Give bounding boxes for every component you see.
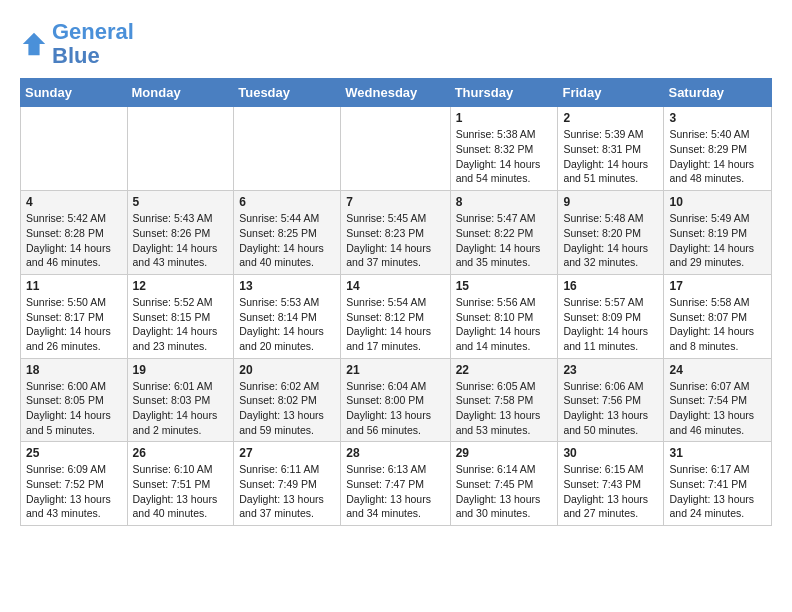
logo-icon xyxy=(20,30,48,58)
day-info: Sunrise: 6:02 AM Sunset: 8:02 PM Dayligh… xyxy=(239,379,335,438)
day-info: Sunrise: 5:47 AM Sunset: 8:22 PM Dayligh… xyxy=(456,211,553,270)
day-info: Sunrise: 6:00 AM Sunset: 8:05 PM Dayligh… xyxy=(26,379,122,438)
day-number: 3 xyxy=(669,111,766,125)
day-number: 20 xyxy=(239,363,335,377)
calendar-cell: 6Sunrise: 5:44 AM Sunset: 8:25 PM Daylig… xyxy=(234,191,341,275)
week-row-1: 1Sunrise: 5:38 AM Sunset: 8:32 PM Daylig… xyxy=(21,107,772,191)
day-number: 25 xyxy=(26,446,122,460)
week-row-5: 25Sunrise: 6:09 AM Sunset: 7:52 PM Dayli… xyxy=(21,442,772,526)
week-row-3: 11Sunrise: 5:50 AM Sunset: 8:17 PM Dayli… xyxy=(21,274,772,358)
calendar-cell: 5Sunrise: 5:43 AM Sunset: 8:26 PM Daylig… xyxy=(127,191,234,275)
day-number: 26 xyxy=(133,446,229,460)
day-number: 18 xyxy=(26,363,122,377)
calendar-cell: 31Sunrise: 6:17 AM Sunset: 7:41 PM Dayli… xyxy=(664,442,772,526)
calendar-cell: 27Sunrise: 6:11 AM Sunset: 7:49 PM Dayli… xyxy=(234,442,341,526)
calendar-cell: 15Sunrise: 5:56 AM Sunset: 8:10 PM Dayli… xyxy=(450,274,558,358)
calendar-cell: 23Sunrise: 6:06 AM Sunset: 7:56 PM Dayli… xyxy=(558,358,664,442)
day-info: Sunrise: 5:39 AM Sunset: 8:31 PM Dayligh… xyxy=(563,127,658,186)
day-info: Sunrise: 5:40 AM Sunset: 8:29 PM Dayligh… xyxy=(669,127,766,186)
day-info: Sunrise: 5:54 AM Sunset: 8:12 PM Dayligh… xyxy=(346,295,444,354)
day-number: 22 xyxy=(456,363,553,377)
day-number: 29 xyxy=(456,446,553,460)
day-number: 15 xyxy=(456,279,553,293)
weekday-header-sunday: Sunday xyxy=(21,79,128,107)
calendar-table: SundayMondayTuesdayWednesdayThursdayFrid… xyxy=(20,78,772,526)
day-number: 23 xyxy=(563,363,658,377)
day-info: Sunrise: 5:56 AM Sunset: 8:10 PM Dayligh… xyxy=(456,295,553,354)
day-info: Sunrise: 6:06 AM Sunset: 7:56 PM Dayligh… xyxy=(563,379,658,438)
calendar-cell: 24Sunrise: 6:07 AM Sunset: 7:54 PM Dayli… xyxy=(664,358,772,442)
day-info: Sunrise: 5:43 AM Sunset: 8:26 PM Dayligh… xyxy=(133,211,229,270)
calendar-cell: 26Sunrise: 6:10 AM Sunset: 7:51 PM Dayli… xyxy=(127,442,234,526)
day-info: Sunrise: 5:48 AM Sunset: 8:20 PM Dayligh… xyxy=(563,211,658,270)
calendar-cell: 2Sunrise: 5:39 AM Sunset: 8:31 PM Daylig… xyxy=(558,107,664,191)
day-number: 7 xyxy=(346,195,444,209)
weekday-header-thursday: Thursday xyxy=(450,79,558,107)
calendar-cell: 11Sunrise: 5:50 AM Sunset: 8:17 PM Dayli… xyxy=(21,274,128,358)
day-number: 21 xyxy=(346,363,444,377)
logo-text: General Blue xyxy=(52,20,134,68)
day-info: Sunrise: 5:49 AM Sunset: 8:19 PM Dayligh… xyxy=(669,211,766,270)
calendar-cell: 28Sunrise: 6:13 AM Sunset: 7:47 PM Dayli… xyxy=(341,442,450,526)
weekday-header-monday: Monday xyxy=(127,79,234,107)
calendar-cell xyxy=(341,107,450,191)
day-info: Sunrise: 5:50 AM Sunset: 8:17 PM Dayligh… xyxy=(26,295,122,354)
logo: General Blue xyxy=(20,20,134,68)
day-info: Sunrise: 6:07 AM Sunset: 7:54 PM Dayligh… xyxy=(669,379,766,438)
calendar-cell: 12Sunrise: 5:52 AM Sunset: 8:15 PM Dayli… xyxy=(127,274,234,358)
calendar-cell: 22Sunrise: 6:05 AM Sunset: 7:58 PM Dayli… xyxy=(450,358,558,442)
day-info: Sunrise: 6:05 AM Sunset: 7:58 PM Dayligh… xyxy=(456,379,553,438)
day-number: 2 xyxy=(563,111,658,125)
calendar-cell: 25Sunrise: 6:09 AM Sunset: 7:52 PM Dayli… xyxy=(21,442,128,526)
day-info: Sunrise: 5:58 AM Sunset: 8:07 PM Dayligh… xyxy=(669,295,766,354)
calendar-cell: 14Sunrise: 5:54 AM Sunset: 8:12 PM Dayli… xyxy=(341,274,450,358)
calendar-cell xyxy=(127,107,234,191)
day-info: Sunrise: 6:04 AM Sunset: 8:00 PM Dayligh… xyxy=(346,379,444,438)
day-number: 11 xyxy=(26,279,122,293)
calendar-cell: 30Sunrise: 6:15 AM Sunset: 7:43 PM Dayli… xyxy=(558,442,664,526)
day-info: Sunrise: 6:15 AM Sunset: 7:43 PM Dayligh… xyxy=(563,462,658,521)
calendar-cell xyxy=(21,107,128,191)
day-number: 28 xyxy=(346,446,444,460)
day-info: Sunrise: 6:13 AM Sunset: 7:47 PM Dayligh… xyxy=(346,462,444,521)
day-number: 27 xyxy=(239,446,335,460)
day-number: 24 xyxy=(669,363,766,377)
calendar-cell xyxy=(234,107,341,191)
day-info: Sunrise: 6:17 AM Sunset: 7:41 PM Dayligh… xyxy=(669,462,766,521)
calendar-cell: 8Sunrise: 5:47 AM Sunset: 8:22 PM Daylig… xyxy=(450,191,558,275)
weekday-header-wednesday: Wednesday xyxy=(341,79,450,107)
day-info: Sunrise: 5:44 AM Sunset: 8:25 PM Dayligh… xyxy=(239,211,335,270)
day-number: 17 xyxy=(669,279,766,293)
calendar-cell: 3Sunrise: 5:40 AM Sunset: 8:29 PM Daylig… xyxy=(664,107,772,191)
day-info: Sunrise: 5:53 AM Sunset: 8:14 PM Dayligh… xyxy=(239,295,335,354)
day-info: Sunrise: 5:38 AM Sunset: 8:32 PM Dayligh… xyxy=(456,127,553,186)
weekday-header-saturday: Saturday xyxy=(664,79,772,107)
calendar-cell: 13Sunrise: 5:53 AM Sunset: 8:14 PM Dayli… xyxy=(234,274,341,358)
day-number: 10 xyxy=(669,195,766,209)
calendar-cell: 16Sunrise: 5:57 AM Sunset: 8:09 PM Dayli… xyxy=(558,274,664,358)
calendar-cell: 18Sunrise: 6:00 AM Sunset: 8:05 PM Dayli… xyxy=(21,358,128,442)
day-number: 5 xyxy=(133,195,229,209)
calendar-cell: 20Sunrise: 6:02 AM Sunset: 8:02 PM Dayli… xyxy=(234,358,341,442)
calendar-cell: 4Sunrise: 5:42 AM Sunset: 8:28 PM Daylig… xyxy=(21,191,128,275)
day-number: 9 xyxy=(563,195,658,209)
day-number: 19 xyxy=(133,363,229,377)
calendar-cell: 9Sunrise: 5:48 AM Sunset: 8:20 PM Daylig… xyxy=(558,191,664,275)
calendar-cell: 19Sunrise: 6:01 AM Sunset: 8:03 PM Dayli… xyxy=(127,358,234,442)
day-info: Sunrise: 5:52 AM Sunset: 8:15 PM Dayligh… xyxy=(133,295,229,354)
calendar-cell: 10Sunrise: 5:49 AM Sunset: 8:19 PM Dayli… xyxy=(664,191,772,275)
day-number: 8 xyxy=(456,195,553,209)
weekday-header-friday: Friday xyxy=(558,79,664,107)
day-number: 14 xyxy=(346,279,444,293)
weekday-header-row: SundayMondayTuesdayWednesdayThursdayFrid… xyxy=(21,79,772,107)
day-info: Sunrise: 6:11 AM Sunset: 7:49 PM Dayligh… xyxy=(239,462,335,521)
day-info: Sunrise: 5:42 AM Sunset: 8:28 PM Dayligh… xyxy=(26,211,122,270)
day-number: 6 xyxy=(239,195,335,209)
day-number: 30 xyxy=(563,446,658,460)
calendar-cell: 17Sunrise: 5:58 AM Sunset: 8:07 PM Dayli… xyxy=(664,274,772,358)
calendar-cell: 21Sunrise: 6:04 AM Sunset: 8:00 PM Dayli… xyxy=(341,358,450,442)
day-info: Sunrise: 6:14 AM Sunset: 7:45 PM Dayligh… xyxy=(456,462,553,521)
day-info: Sunrise: 5:45 AM Sunset: 8:23 PM Dayligh… xyxy=(346,211,444,270)
day-info: Sunrise: 6:10 AM Sunset: 7:51 PM Dayligh… xyxy=(133,462,229,521)
calendar-cell: 7Sunrise: 5:45 AM Sunset: 8:23 PM Daylig… xyxy=(341,191,450,275)
